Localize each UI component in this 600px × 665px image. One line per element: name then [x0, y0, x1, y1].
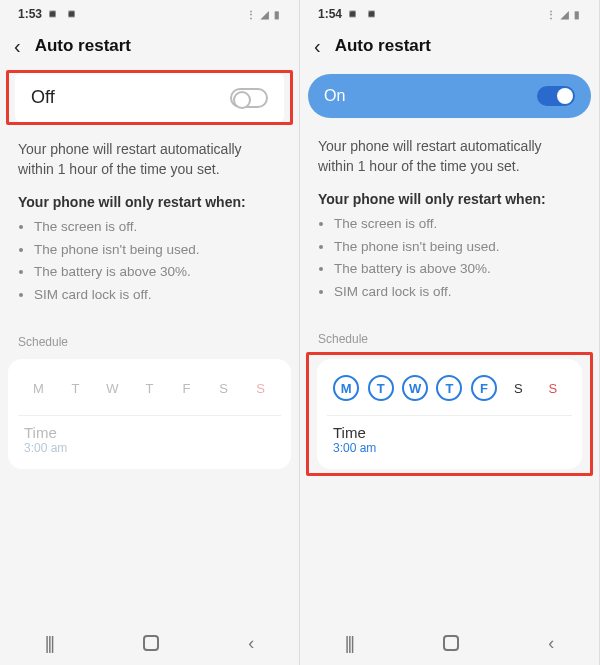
- condition-item: The screen is off.: [34, 216, 281, 239]
- status-time: 1:54 ◾ ◾: [318, 7, 379, 21]
- schedule-section-label: Schedule: [0, 317, 299, 355]
- time-row[interactable]: Time 3:00 am: [18, 424, 281, 455]
- condition-item: The battery is above 30%.: [34, 261, 281, 284]
- schedule-section-label: Schedule: [300, 314, 599, 352]
- nav-recents-icon[interactable]: |||: [45, 633, 53, 654]
- day-sun[interactable]: S: [540, 375, 566, 401]
- app-header: ‹ Auto restart: [300, 28, 599, 70]
- conditions-title: Your phone will only restart when:: [300, 185, 599, 213]
- toggle-switch-icon[interactable]: [537, 86, 575, 106]
- condition-item: SIM card lock is off.: [34, 284, 281, 307]
- phone-screen-on-state: 1:54 ◾ ◾ ⋮ ◢ ▮ ‹ Auto restart On Your ph…: [300, 0, 600, 665]
- nav-recents-icon[interactable]: |||: [345, 633, 353, 654]
- time-value: 3:00 am: [24, 441, 275, 455]
- day-thu[interactable]: T: [137, 375, 163, 401]
- android-navbar: ||| ‹: [300, 621, 599, 665]
- condition-item: The phone isn't being used.: [334, 236, 581, 259]
- day-sat[interactable]: S: [211, 375, 237, 401]
- day-thu[interactable]: T: [436, 375, 462, 401]
- conditions-list: The screen is off. The phone isn't being…: [300, 213, 599, 315]
- page-title: Auto restart: [335, 36, 431, 56]
- day-sat[interactable]: S: [505, 375, 531, 401]
- back-icon[interactable]: ‹: [314, 36, 321, 56]
- day-sun[interactable]: S: [248, 375, 274, 401]
- status-bar: 1:54 ◾ ◾ ⋮ ◢ ▮: [300, 0, 599, 28]
- status-notif-icons: ◾ ◾: [345, 7, 378, 21]
- day-tue[interactable]: T: [63, 375, 89, 401]
- toggle-switch-icon[interactable]: [230, 88, 268, 108]
- conditions-title: Your phone will only restart when:: [0, 188, 299, 216]
- description-text: Your phone will restart automatically wi…: [0, 125, 299, 188]
- schedule-card: M T W T F S S Time 3:00 am: [8, 359, 291, 469]
- nav-back-icon[interactable]: ‹: [248, 633, 254, 654]
- day-tue[interactable]: T: [368, 375, 394, 401]
- condition-item: The screen is off.: [334, 213, 581, 236]
- condition-item: The phone isn't being used.: [34, 239, 281, 262]
- status-notif-icons: ◾ ◾: [45, 7, 78, 21]
- page-title: Auto restart: [35, 36, 131, 56]
- time-label: Time: [24, 424, 275, 441]
- day-picker: M T W T F S S: [327, 371, 572, 413]
- condition-item: The battery is above 30%.: [334, 258, 581, 281]
- android-navbar: ||| ‹: [0, 621, 299, 665]
- phone-screen-off-state: 1:53 ◾ ◾ ⋮ ◢ ▮ ‹ Auto restart Off Your p…: [0, 0, 300, 665]
- status-system-icons: ⋮ ◢ ▮: [246, 9, 281, 20]
- master-toggle-row[interactable]: On: [308, 74, 591, 118]
- master-toggle-row[interactable]: Off: [15, 73, 284, 122]
- day-mon[interactable]: M: [26, 375, 52, 401]
- annotation-highlight-toggle: Off: [6, 70, 293, 125]
- description-text: Your phone will restart automatically wi…: [300, 122, 599, 185]
- nav-home-icon[interactable]: [143, 635, 159, 651]
- day-fri[interactable]: F: [471, 375, 497, 401]
- nav-back-icon[interactable]: ‹: [548, 633, 554, 654]
- time-value: 3:00 am: [333, 441, 566, 455]
- toggle-label: On: [324, 87, 345, 105]
- divider: [18, 415, 281, 416]
- status-time: 1:53 ◾ ◾: [18, 7, 79, 21]
- day-wed[interactable]: W: [100, 375, 126, 401]
- annotation-highlight-schedule: M T W T F S S Time 3:00 am: [306, 352, 593, 476]
- back-icon[interactable]: ‹: [14, 36, 21, 56]
- time-row[interactable]: Time 3:00 am: [327, 424, 572, 455]
- status-system-icons: ⋮ ◢ ▮: [546, 9, 581, 20]
- divider: [327, 415, 572, 416]
- schedule-card: M T W T F S S Time 3:00 am: [317, 359, 582, 469]
- day-wed[interactable]: W: [402, 375, 428, 401]
- status-bar: 1:53 ◾ ◾ ⋮ ◢ ▮: [0, 0, 299, 28]
- day-mon[interactable]: M: [333, 375, 359, 401]
- app-header: ‹ Auto restart: [0, 28, 299, 70]
- day-picker: M T W T F S S: [18, 371, 281, 413]
- time-label: Time: [333, 424, 566, 441]
- conditions-list: The screen is off. The phone isn't being…: [0, 216, 299, 318]
- nav-home-icon[interactable]: [443, 635, 459, 651]
- day-fri[interactable]: F: [174, 375, 200, 401]
- condition-item: SIM card lock is off.: [334, 281, 581, 304]
- toggle-label: Off: [31, 87, 55, 108]
